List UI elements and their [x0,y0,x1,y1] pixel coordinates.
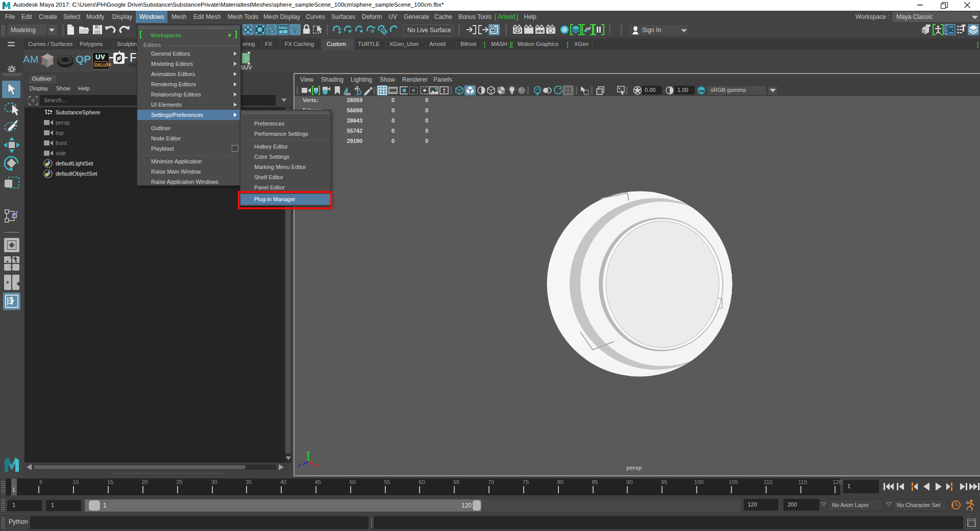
svg-text:z: z [298,462,301,468]
svg-text:y: y [307,450,310,455]
svg-text:x: x [314,462,318,468]
svg-text:{;}: {;} [967,522,975,527]
svg-text:ON: ON [698,89,704,93]
svg-text:T: T [443,88,446,94]
svg-text:IPR: IPR [536,29,544,34]
svg-text:?: ? [292,25,298,35]
